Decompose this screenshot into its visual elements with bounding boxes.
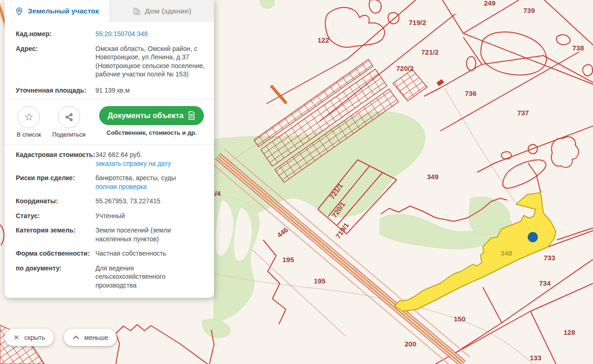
parcel-label-738: 738	[572, 44, 584, 52]
panel-tabs: Земельный участок Дом (здание)	[5, 0, 214, 22]
tab-building-label: Дом (здание)	[145, 7, 191, 15]
field-address: Адрес: Омская область, Омский район, с Н…	[5, 44, 214, 79]
order-certificate-link[interactable]: заказать справку на дату	[95, 159, 171, 168]
parcel-info-panel: Земельный участок Дом (здание) Кад.номер…	[5, 0, 214, 298]
parcel-label-719-2: 719/2	[409, 19, 426, 26]
parcel-label-195: 195	[314, 277, 325, 285]
risks-value: банкротства, аресты, суды	[95, 174, 176, 182]
field-label: Адрес:	[16, 44, 95, 53]
parcel-label-733: 733	[543, 254, 555, 262]
cad-number-link[interactable]: 55:20:150704:348	[95, 30, 148, 38]
collapse-panel-button[interactable]: меньше	[64, 329, 117, 346]
field-label: Координаты:	[16, 197, 95, 206]
field-label: Уточненная площадь:	[16, 86, 95, 95]
star-icon: ☆	[24, 112, 33, 122]
selected-parcel-marker-icon	[528, 232, 538, 242]
field-permitted-use: по документу: Для ведения сельскохозяйст…	[5, 264, 214, 290]
hide-button-label: скрыть	[25, 334, 45, 341]
land-category-value: Земли поселений (земли населенных пункто…	[95, 226, 206, 243]
tab-building[interactable]: Дом (здание)	[109, 0, 214, 22]
tab-land-parcel[interactable]: Земельный участок	[5, 0, 109, 22]
field-land-category: Категория земель: Земли поселений (земли…	[5, 226, 214, 243]
parcel-label-734: 734	[539, 279, 551, 287]
parcel-label-739: 739	[523, 6, 535, 14]
status-value: Учтенный	[95, 212, 206, 220]
close-icon: ✕	[13, 334, 19, 341]
parcel-label-721-2: 721/2	[421, 48, 439, 56]
map-pin-icon	[15, 7, 24, 16]
field-status: Статус: Учтенный	[5, 212, 214, 220]
field-coordinates: Координаты: 55.267953, 73.227415	[5, 197, 214, 206]
docs-button-label: Документы объекта	[107, 111, 183, 120]
less-button-label: меньше	[84, 334, 108, 341]
field-label: Кад.номер:	[16, 30, 95, 38]
docs-button-subtitle: Собственник, стоимость и др.	[107, 129, 196, 136]
ownership-value: Частная собственность	[95, 249, 206, 258]
parcel-label-122: 122	[317, 36, 329, 44]
cadastral-value: 342 682.64 руб.	[95, 151, 142, 158]
share-icon	[64, 113, 74, 122]
parcel-label-249: 249	[484, 0, 495, 7]
address-value: Омская область, Омский район, с Новотрои…	[95, 44, 206, 79]
share-label: Поделиться	[52, 131, 86, 138]
parcel-label-128: 128	[563, 328, 575, 336]
add-to-list-label: В список	[17, 131, 41, 138]
document-icon	[188, 111, 196, 120]
field-label: Форма собственности:	[16, 249, 95, 258]
parcel-label-133: 133	[530, 354, 541, 362]
building-icon	[132, 7, 141, 15]
field-cad-number: Кад.номер: 55:20:150704:348	[5, 30, 214, 38]
tab-land-parcel-label: Земельный участок	[28, 7, 99, 15]
field-ownership: Форма собственности: Частная собственнос…	[5, 249, 214, 258]
object-documents-button[interactable]: Документы объекта	[99, 106, 204, 125]
hide-panel-button[interactable]: ✕ скрыть	[5, 329, 54, 346]
field-label: Статус:	[16, 212, 95, 220]
parcel-label-736: 736	[465, 89, 476, 97]
add-to-list-button[interactable]: ☆ В список	[17, 106, 41, 138]
field-label: Риски при сделке:	[16, 174, 95, 182]
parcel-label-737: 737	[517, 109, 529, 117]
field-label: Категория земель:	[16, 226, 95, 235]
field-label: Кадастровая стоимость:	[16, 151, 95, 159]
parcel-label-349: 349	[427, 173, 438, 181]
actions-bar: ☆ В список Поделиться Документы объекта	[5, 105, 214, 138]
divider	[5, 99, 214, 100]
area-value: 91 139 кв.м	[95, 86, 206, 95]
share-button[interactable]: Поделиться	[52, 106, 86, 138]
field-cadastral-value: Кадастровая стоимость: 342 682.64 руб. з…	[5, 151, 214, 168]
parcel-label-200: 200	[404, 340, 416, 348]
field-area: Уточненная площадь: 91 139 кв.м	[5, 86, 214, 95]
field-label: по документу:	[16, 264, 95, 273]
coordinates-value: 55.267953, 73.227415	[95, 197, 206, 206]
field-deal-risks: Риски при сделке: банкротства, аресты, с…	[5, 174, 214, 191]
parcel-label-720-2: 720/2	[396, 64, 414, 72]
chevron-up-icon	[73, 335, 79, 339]
parcel-label-348: 348	[500, 249, 512, 257]
parcel-label-150: 150	[454, 315, 465, 323]
permitted-use-value: Для ведения сельскохозяйственного произв…	[95, 264, 206, 290]
divider	[5, 144, 214, 145]
full-check-link[interactable]: полная проверка	[95, 182, 146, 191]
parcel-label-195: 195	[282, 256, 294, 264]
